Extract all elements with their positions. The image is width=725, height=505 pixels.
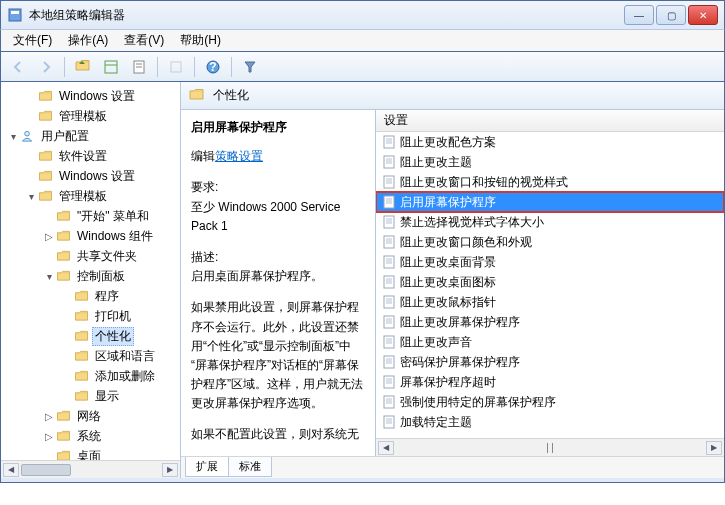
tree-item[interactable]: "开始" 菜单和	[1, 206, 180, 226]
list-item[interactable]: 启用屏幕保护程序	[376, 192, 724, 212]
policy-icon	[382, 175, 396, 189]
tree-item-label: 程序	[92, 287, 122, 306]
tree-item-label: 软件设置	[56, 147, 110, 166]
list-item[interactable]: 密码保护屏幕保护程序	[376, 352, 724, 372]
toolbar-separator	[157, 57, 158, 77]
list-column-header[interactable]: 设置	[376, 110, 724, 132]
tree-view[interactable]: Windows 设置管理模板▾用户配置软件设置Windows 设置▾管理模板"开…	[1, 82, 180, 478]
forward-button[interactable]	[33, 55, 59, 79]
list-item[interactable]: 阻止更改主题	[376, 152, 724, 172]
description-para2: 如果不配置此设置，则对系统无	[191, 425, 365, 444]
tree-item[interactable]: Windows 设置	[1, 166, 180, 186]
policy-icon	[382, 195, 396, 209]
tree-item-label: 系统	[74, 427, 104, 446]
list-item-label: 阻止更改主题	[400, 154, 472, 171]
tree-item[interactable]: 区域和语言	[1, 346, 180, 366]
tab-extended[interactable]: 扩展	[185, 457, 229, 477]
list-item[interactable]: 强制使用特定的屏幕保护程序	[376, 392, 724, 412]
tree-hscrollbar[interactable]: ◀ ▶	[1, 460, 180, 478]
description-para1: 如果禁用此设置，则屏幕保护程序不会运行。此外，此设置还禁用“个性化”或“显示控制…	[191, 298, 365, 413]
toolbar-separator	[194, 57, 195, 77]
close-button[interactable]: ✕	[688, 5, 718, 25]
list-hscrollbar[interactable]: ◀ ▶	[376, 438, 724, 456]
menu-help[interactable]: 帮助(H)	[172, 30, 229, 51]
tree-item-label: 网络	[74, 407, 104, 426]
tree-item[interactable]: 打印机	[1, 306, 180, 326]
tree-item[interactable]: ▷系统	[1, 426, 180, 446]
list-item[interactable]: 屏幕保护程序超时	[376, 372, 724, 392]
list-item[interactable]: 阻止更改桌面背景	[376, 252, 724, 272]
help-button[interactable]: ?	[200, 55, 226, 79]
tree-expander-icon[interactable]: ▷	[43, 411, 55, 422]
tree-item[interactable]: 添加或删除	[1, 366, 180, 386]
toolbar-btn-2[interactable]	[163, 55, 189, 79]
minimize-button[interactable]: —	[624, 5, 654, 25]
tree-item[interactable]: Windows 设置	[1, 86, 180, 106]
tree-item[interactable]: ▾管理模板	[1, 186, 180, 206]
policy-icon	[382, 395, 396, 409]
list-item[interactable]: 阻止更改窗口颜色和外观	[376, 232, 724, 252]
menu-view[interactable]: 查看(V)	[116, 30, 172, 51]
scroll-right-icon[interactable]: ▶	[162, 463, 178, 477]
tree-item[interactable]: 软件设置	[1, 146, 180, 166]
path-header: 个性化	[181, 82, 724, 110]
tree-item[interactable]: 程序	[1, 286, 180, 306]
settings-list[interactable]: 阻止更改配色方案阻止更改主题阻止更改窗口和按钮的视觉样式启用屏幕保护程序禁止选择…	[376, 132, 724, 438]
toolbar-separator	[231, 57, 232, 77]
description-text: 启用桌面屏幕保护程序。	[191, 267, 365, 286]
tree-item[interactable]: ▷网络	[1, 406, 180, 426]
tree-item-label: 共享文件夹	[74, 247, 140, 266]
list-item[interactable]: 阻止更改窗口和按钮的视觉样式	[376, 172, 724, 192]
back-button[interactable]	[5, 55, 31, 79]
folder-icon	[73, 329, 89, 343]
list-item[interactable]: 阻止更改桌面图标	[376, 272, 724, 292]
description-pane: 启用屏幕保护程序 编辑策略设置 要求: 至少 Windows 2000 Serv…	[181, 110, 376, 456]
policy-icon	[382, 415, 396, 429]
scroll-left-icon[interactable]: ◀	[378, 441, 394, 455]
list-item-label: 阻止更改窗口和按钮的视觉样式	[400, 174, 568, 191]
tree-item-label: 控制面板	[74, 267, 128, 286]
tree-item[interactable]: 共享文件夹	[1, 246, 180, 266]
tree-item-label: 个性化	[92, 327, 134, 346]
list-item-label: 启用屏幕保护程序	[400, 194, 496, 211]
toolbar-btn-1[interactable]	[98, 55, 124, 79]
tab-standard[interactable]: 标准	[228, 457, 272, 477]
policy-icon	[382, 155, 396, 169]
policy-icon	[382, 315, 396, 329]
tree-expander-icon[interactable]: ▷	[43, 231, 55, 242]
properties-button[interactable]	[126, 55, 152, 79]
edit-policy-link[interactable]: 策略设置	[215, 149, 263, 163]
tree-item-label: 添加或删除	[92, 367, 158, 386]
tree-expander-icon[interactable]: ▾	[43, 271, 55, 282]
list-item[interactable]: 阻止更改鼠标指针	[376, 292, 724, 312]
list-item[interactable]: 阻止更改声音	[376, 332, 724, 352]
tree-item[interactable]: 管理模板	[1, 106, 180, 126]
policy-icon	[382, 275, 396, 289]
tree-item[interactable]: ▾用户配置	[1, 126, 180, 146]
scroll-thumb[interactable]	[21, 464, 71, 476]
tree-item[interactable]: 个性化	[1, 326, 180, 346]
scroll-left-icon[interactable]: ◀	[3, 463, 19, 477]
scroll-right-icon[interactable]: ▶	[706, 441, 722, 455]
tree-item[interactable]: ▾控制面板	[1, 266, 180, 286]
list-item[interactable]: 禁止选择视觉样式字体大小	[376, 212, 724, 232]
folder-icon	[37, 189, 53, 203]
list-item[interactable]: 阻止更改屏幕保护程序	[376, 312, 724, 332]
up-button[interactable]	[70, 55, 96, 79]
list-item-label: 屏幕保护程序超时	[400, 374, 496, 391]
tree-expander-icon[interactable]: ▾	[7, 131, 19, 142]
policy-icon	[382, 335, 396, 349]
tree-item[interactable]: 显示	[1, 386, 180, 406]
list-item[interactable]: 加载特定主题	[376, 412, 724, 432]
filter-button[interactable]	[237, 55, 263, 79]
tree-item[interactable]: ▷Windows 组件	[1, 226, 180, 246]
folder-icon	[189, 88, 207, 104]
list-item[interactable]: 阻止更改配色方案	[376, 132, 724, 152]
policy-icon	[382, 135, 396, 149]
menu-file[interactable]: 文件(F)	[5, 30, 60, 51]
tree-item-label: 管理模板	[56, 187, 110, 206]
menu-action[interactable]: 操作(A)	[60, 30, 116, 51]
tree-expander-icon[interactable]: ▷	[43, 431, 55, 442]
maximize-button[interactable]: ▢	[656, 5, 686, 25]
tree-expander-icon[interactable]: ▾	[25, 191, 37, 202]
